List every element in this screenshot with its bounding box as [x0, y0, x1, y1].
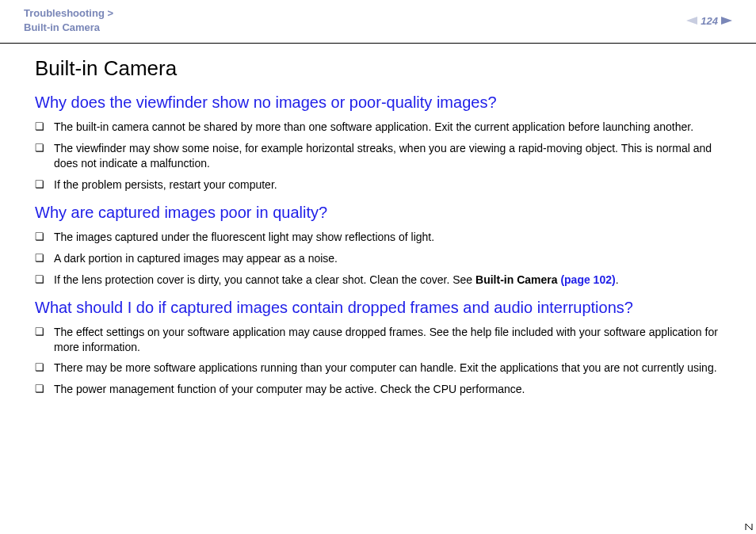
breadcrumb-line-2: Built-in Camera	[24, 21, 113, 35]
page-content: Built-in Camera Why does the viewfinder …	[0, 44, 756, 419]
page-link[interactable]: (page 102)	[560, 273, 615, 286]
arrow-left-icon[interactable]	[686, 17, 697, 25]
list-item: The built-in camera cannot be shared by …	[35, 120, 732, 135]
list-item: The viewfinder may show some noise, for …	[35, 141, 732, 171]
list-item-suffix: .	[616, 273, 619, 286]
list-item: A dark portion in captured images may ap…	[35, 251, 732, 266]
page-title: Built-in Camera	[35, 56, 732, 81]
section-list-2: The images captured under the fluorescen…	[35, 230, 732, 288]
section-heading-3: What should I do if captured images cont…	[35, 299, 732, 317]
list-item: If the lens protection cover is dirty, y…	[35, 273, 732, 288]
section-list-3: The effect settings on your software app…	[35, 325, 732, 398]
breadcrumb: Troubleshooting > Built-in Camera	[24, 6, 113, 35]
section-list-1: The built-in camera cannot be shared by …	[35, 120, 732, 193]
list-item-bold: Built-in Camera	[475, 273, 560, 286]
list-item: The power management function of your co…	[35, 382, 732, 397]
list-item: If the problem persists, restart your co…	[35, 177, 732, 193]
list-item: There may be more software applications …	[35, 360, 732, 376]
corner-mark-icon	[745, 523, 753, 531]
breadcrumb-line-1: Troubleshooting >	[24, 6, 113, 21]
list-item: The images captured under the fluorescen…	[35, 230, 732, 245]
arrow-right-icon[interactable]	[721, 17, 732, 25]
list-item-prefix: If the lens protection cover is dirty, y…	[54, 273, 475, 286]
section-heading-2: Why are captured images poor in quality?	[35, 204, 732, 222]
page-header: Troubleshooting > Built-in Camera 124	[0, 0, 756, 44]
list-item: The effect settings on your software app…	[35, 325, 732, 355]
page-navigation: 124	[686, 15, 732, 27]
page-number: 124	[701, 15, 718, 27]
section-heading-1: Why does the viewfinder show no images o…	[35, 93, 732, 112]
